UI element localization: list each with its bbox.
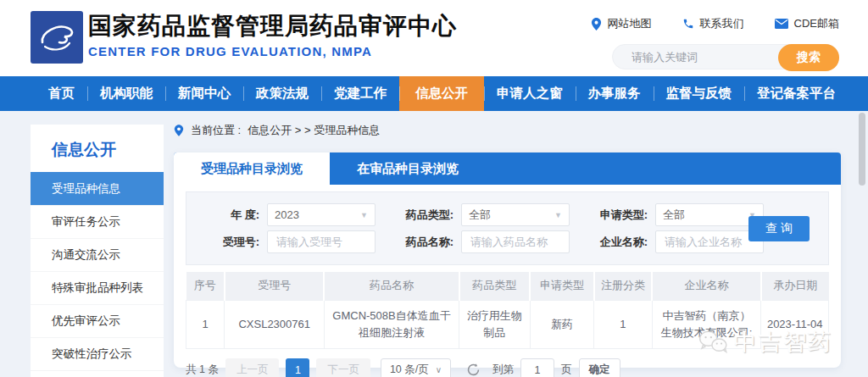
drug-name-input[interactable]	[469, 235, 562, 249]
watermark-text: 中吉智药	[734, 327, 832, 358]
sidebar-item-priority-review[interactable]: 优先审评公示	[31, 304, 164, 337]
drug-type-select[interactable]: 全部 ▼	[461, 203, 570, 226]
refresh-icon	[466, 363, 481, 377]
year-select[interactable]: 2023 ▼	[267, 203, 376, 226]
caret-down-icon: ▼	[554, 211, 562, 219]
cell-drug-name: GMCN-508B自体造血干祖细胞注射液	[324, 300, 459, 348]
content-card: 受理品种目录浏览 在审品种目录浏览 年 度: 2023 ▼ 药品类型:	[174, 152, 841, 368]
sidebar-title: 信息公开	[31, 125, 164, 172]
search-bar: 搜索	[612, 44, 839, 69]
content-column: 当前位置 : 信息公开 > > 受理品种信息 受理品种目录浏览 在审品种目录浏览…	[174, 123, 841, 368]
main-nav: 首页 机构职能 新闻中心 政策法规 党建工作 信息公开 申请人之窗 办事服务 监…	[0, 76, 868, 111]
sidebar-item-review-tasks[interactable]: 审评任务公示	[31, 205, 164, 238]
goto-label: 到第	[492, 363, 514, 377]
site-logo[interactable]	[31, 11, 83, 64]
sidebar-item-communication[interactable]: 沟通交流公示	[31, 238, 164, 271]
sidebar-item-accepted-varieties[interactable]: 受理品种信息	[31, 172, 164, 205]
col-seq: 序号	[186, 272, 225, 300]
location-pin-icon	[591, 18, 602, 30]
filter-panel: 年 度: 2023 ▼ 药品类型: 全部 ▼ 申	[186, 191, 829, 265]
site-subtitle: CENTER FOR DRUG EVALUATION, NMPA	[88, 44, 457, 58]
nav-item-policies[interactable]: 政策法规	[243, 76, 321, 111]
col-reg-class: 注册分类	[594, 272, 652, 300]
sidebar-item-special-approval[interactable]: 特殊审批品种列表	[31, 271, 164, 304]
col-apply-type: 申请类型	[530, 272, 594, 300]
accept-no-field-wrap	[267, 230, 376, 253]
nav-item-functions[interactable]: 机构职能	[87, 76, 165, 111]
drug-name-label: 药品名称:	[398, 235, 453, 250]
drug-name-field-wrap	[461, 230, 570, 253]
refresh-button[interactable]	[466, 363, 481, 377]
phone-icon	[682, 18, 694, 30]
nav-item-news[interactable]: 新闻中心	[165, 76, 243, 111]
cell-drug-type: 治疗用生物制品	[459, 300, 530, 348]
apply-type-select[interactable]: 全部 ▼	[655, 203, 764, 226]
company-input[interactable]	[663, 235, 756, 249]
location-pin-icon	[174, 125, 184, 136]
scrollbar-thumb[interactable]	[859, 113, 865, 186]
col-drug-type: 药品类型	[459, 272, 530, 300]
breadcrumb: 当前位置 : 信息公开 > > 受理品种信息	[174, 123, 841, 138]
contact-link[interactable]: 联系我们	[682, 16, 744, 31]
table-header-row: 序号 受理号 药品名称 药品类型 申请类型 注册分类 企业名称 承办日期	[186, 272, 829, 300]
prev-page-button[interactable]: 上一页	[225, 358, 280, 377]
nav-item-services[interactable]: 办事服务	[576, 76, 654, 111]
goto-suffix: 页	[561, 363, 572, 377]
mail-icon	[775, 19, 788, 29]
cell-apply-type: 新药	[530, 300, 594, 348]
accept-no-input[interactable]	[275, 235, 368, 249]
sidebar-item-three-in-one[interactable]: 三合一序列公示	[31, 370, 164, 377]
main-area: 信息公开 受理品种信息 审评任务公示 沟通交流公示 特殊审批品种列表 优先审评公…	[0, 111, 868, 377]
search-input[interactable]	[630, 50, 782, 64]
nav-item-info-disclosure[interactable]: 信息公开	[399, 76, 484, 111]
tab-bar: 受理品种目录浏览 在审品种目录浏览	[174, 152, 841, 185]
chevron-down-icon: ∨	[436, 365, 442, 374]
cde-mail-link[interactable]: CDE邮箱	[775, 16, 839, 31]
drug-type-label: 药品类型:	[398, 208, 453, 223]
query-button[interactable]: 查 询	[748, 216, 810, 241]
watermark: 中吉智药	[697, 327, 832, 358]
nav-item-registration-platform[interactable]: 登记备案平台	[744, 76, 849, 111]
col-date: 承办日期	[761, 272, 829, 300]
year-label: 年 度:	[203, 208, 259, 223]
tab-accepted-catalog[interactable]: 受理品种目录浏览	[174, 152, 330, 185]
search-button[interactable]: 搜索	[778, 44, 839, 71]
company-field-wrap	[655, 230, 764, 253]
nav-item-applicant-window[interactable]: 申请人之窗	[484, 76, 576, 111]
cell-reg-class: 1	[594, 300, 652, 348]
cell-accept-no: CXSL2300761	[225, 300, 324, 348]
cde-logo-icon	[37, 20, 76, 54]
quick-links: 网站地图 联系我们 CDE邮箱	[591, 16, 839, 31]
col-company: 企业名称	[652, 272, 761, 300]
cell-seq: 1	[186, 300, 225, 348]
tab-under-review-catalog[interactable]: 在审品种目录浏览	[330, 152, 486, 185]
sitemap-link[interactable]: 网站地图	[591, 16, 652, 31]
col-accept-no: 受理号	[225, 272, 324, 300]
page-number-1[interactable]: 1	[286, 358, 309, 377]
col-drug-name: 药品名称	[324, 272, 459, 300]
goto-page-input[interactable]	[520, 358, 554, 377]
breadcrumb-prefix: 当前位置 :	[191, 123, 241, 138]
sidebar: 信息公开 受理品种信息 审评任务公示 沟通交流公示 特殊审批品种列表 优先审评公…	[31, 125, 164, 377]
nav-item-party[interactable]: 党建工作	[321, 76, 399, 111]
site-header: 国家药品监督管理局药品审评中心 CENTER FOR DRUG EVALUATI…	[0, 0, 868, 76]
wechat-icon	[697, 329, 729, 356]
company-label: 企业名称:	[592, 235, 648, 250]
site-title: 国家药品监督管理局药品审评中心	[88, 12, 457, 41]
breadcrumb-trail: 信息公开 > > 受理品种信息	[248, 123, 380, 138]
accept-no-label: 受理号:	[203, 235, 259, 250]
next-page-button[interactable]: 下一页	[316, 358, 370, 377]
nav-item-home[interactable]: 首页	[36, 76, 87, 111]
caret-down-icon: ▼	[360, 211, 368, 219]
nav-item-supervision[interactable]: 监督与反馈	[654, 76, 745, 111]
total-count: 共 1 条	[186, 363, 219, 377]
apply-type-label: 申请类型:	[592, 208, 648, 223]
confirm-button[interactable]: 确定	[579, 358, 620, 377]
page-size-select[interactable]: 10 条/页 ∨	[381, 358, 451, 377]
pagination: 共 1 条 上一页 1 下一页 10 条/页 ∨ 到第 页 确定	[186, 358, 829, 377]
sidebar-item-breakthrough-therapy[interactable]: 突破性治疗公示	[31, 337, 164, 370]
